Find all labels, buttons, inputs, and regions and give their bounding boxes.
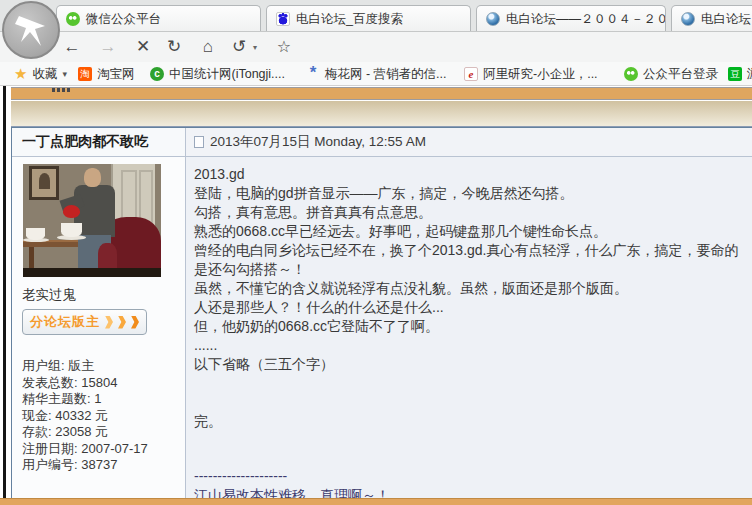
globe-icon bbox=[681, 12, 695, 26]
ali-icon: e bbox=[464, 67, 478, 81]
tab-wechat-platform[interactable]: 微信公众平台 bbox=[56, 5, 261, 32]
bookmarks-menu-label: 收藏 bbox=[32, 66, 57, 83]
tab-label: 电白论坛_百度搜索 bbox=[296, 11, 403, 28]
bookmark-label: 阿里研究-小企业，... bbox=[483, 66, 598, 83]
tab-label: 微信公众平台 bbox=[86, 11, 161, 28]
moderator-badge[interactable]: 分论坛版主 bbox=[22, 309, 147, 335]
post-header-row: 一丁点肥肉都不敢吃 2013年07月15日 Monday, 12:55 AM bbox=[12, 128, 752, 157]
bookmarks-bar: ★ 收藏 ▾ 淘 淘宝网 c 中国统计网(iTongji.... * 梅花网 -… bbox=[0, 62, 752, 86]
chevron-right-icon bbox=[131, 316, 139, 329]
avatar-cup bbox=[26, 228, 45, 240]
signature-text: 江山易改本性难移，真理啊～！ bbox=[194, 486, 742, 498]
bookmark-label: 梅花网 - 营销者的信... bbox=[325, 66, 447, 83]
avatar-portrait bbox=[29, 166, 59, 200]
stat-register-date: 注册日期: 2007-07-17 bbox=[22, 441, 185, 458]
baidu-icon bbox=[276, 12, 290, 26]
forum-header-band bbox=[11, 87, 752, 100]
post-line: 人还是那些人？！什么的什么还是什么... bbox=[194, 298, 742, 317]
signature-divider: -------------------- bbox=[194, 467, 742, 486]
post-line: 虽然，不懂它的含义就说轻浮有点没礼貌。虽然，版面还是那个版面。 bbox=[194, 279, 742, 298]
avatar-armchair-arm bbox=[98, 243, 117, 270]
post-line: 以下省略（三五个字） bbox=[194, 355, 742, 374]
page-left-border bbox=[3, 86, 6, 498]
bookmark-label: 公众平台登录 bbox=[643, 66, 718, 83]
post-line: 勾搭，真有意思。拼音真真有点意思。 bbox=[194, 203, 742, 222]
post-table: 一丁点肥肉都不敢吃 2013年07月15日 Monday, 12:55 AM bbox=[11, 127, 752, 498]
stop-icon[interactable]: ✕ bbox=[131, 35, 155, 59]
stat-total-posts: 发表总数: 15804 bbox=[22, 375, 185, 392]
post-line: 熟悉的0668.cc早已经远去。好事吧，起码键盘那几个键性命长点。 bbox=[194, 222, 742, 241]
forum-subheader-band bbox=[11, 101, 752, 127]
badge-label: 分论坛版主 bbox=[30, 313, 100, 331]
wechat-icon bbox=[66, 12, 80, 26]
bookmarks-menu[interactable]: ★ 收藏 ▾ bbox=[14, 62, 67, 86]
bookmark-wechat-login[interactable]: 公众平台登录 bbox=[624, 62, 718, 86]
chevron-right-icon bbox=[118, 316, 126, 329]
tab-baidu-search[interactable]: 电白论坛_百度搜索 bbox=[266, 5, 471, 32]
post-line bbox=[194, 374, 742, 393]
signature-block: -------------------- 江山易改本性难移，真理啊～！ bbox=[194, 467, 742, 498]
stat-user-group: 用户组: 版主 bbox=[22, 358, 185, 375]
avatar-red-teapot bbox=[63, 205, 80, 218]
snowflake-icon: * bbox=[306, 67, 320, 81]
home-icon[interactable]: ⌂ bbox=[196, 35, 220, 59]
avatar-cup bbox=[61, 223, 82, 237]
undo-icon[interactable]: ↺ bbox=[227, 35, 251, 59]
bookmark-ali-research[interactable]: e 阿里研究-小企业，... bbox=[464, 62, 598, 86]
post-body-row: 老实过鬼 分论坛版主 用户组: 版主 发表总数: 15804 精华主题数: 1 … bbox=[12, 157, 752, 498]
star-icon: ★ bbox=[14, 67, 27, 81]
browser-logo[interactable] bbox=[2, 1, 60, 59]
post-line: 但，他奶奶的0668.cc它登陆不了了啊。 bbox=[194, 317, 742, 336]
bookmark-taobao[interactable]: 淘 淘宝网 bbox=[78, 62, 135, 86]
chevron-right-icon bbox=[105, 316, 113, 329]
stat-user-id: 用户编号: 38737 bbox=[22, 457, 185, 474]
globe-icon bbox=[486, 12, 500, 26]
author-stats: 用户组: 版主 发表总数: 15804 精华主题数: 1 现金: 40332 元… bbox=[22, 358, 185, 474]
tab-label: 电白论坛 - bbox=[701, 11, 752, 28]
post-line: 登陆，电脑的gd拼音显示——广东，搞定，今晚居然还勾搭。 bbox=[194, 184, 742, 203]
avatar-floor bbox=[23, 268, 161, 277]
post-content: 2013.gd 登陆，电脑的gd拼音显示——广东，搞定，今晚居然还勾搭。 勾搭，… bbox=[186, 157, 752, 498]
bookmark-label: 游 bbox=[747, 66, 752, 83]
bookmark-itongji[interactable]: c 中国统计网(iTongji.... bbox=[150, 62, 285, 86]
reload-icon[interactable]: ↻ bbox=[162, 35, 186, 59]
tab-forum[interactable]: 电白论坛 - bbox=[671, 5, 752, 32]
post-line: ...... bbox=[194, 336, 742, 355]
bookmark-star-icon[interactable]: ☆ bbox=[272, 35, 296, 59]
post-line: 完。 bbox=[194, 412, 742, 431]
forward-icon[interactable]: → bbox=[96, 35, 120, 59]
tab-forum-2004[interactable]: 电白论坛——２００４－２０１ bbox=[476, 5, 666, 32]
scrolled-text-remnant bbox=[52, 88, 70, 92]
post-line: 曾经的电白同乡论坛已经不在，换了个2013.gd.真心有点轻浮，什么广东，搞定，… bbox=[194, 241, 742, 279]
back-icon[interactable]: ← bbox=[60, 35, 84, 59]
post-page-icon bbox=[194, 136, 204, 148]
taobao-icon: 淘 bbox=[78, 67, 92, 81]
browser-toolbar: ← → ✕ ↻ ⌂ ↺ ▾ ☆ 76768.cc/index.php?showt… bbox=[0, 32, 752, 62]
itongji-icon: c bbox=[150, 67, 164, 81]
page-bottom-band bbox=[0, 498, 752, 505]
douban-icon: 豆 bbox=[728, 67, 742, 81]
chevron-down-icon: ▾ bbox=[62, 69, 67, 79]
bird-logo-icon bbox=[11, 10, 51, 50]
chevron-down-icon[interactable]: ▾ bbox=[253, 43, 257, 52]
tab-label: 电白论坛——２００４－２０１ bbox=[506, 11, 666, 28]
bookmark-douban[interactable]: 豆 游 bbox=[728, 62, 752, 86]
stat-cash: 现金: 40332 元 bbox=[22, 408, 185, 425]
stat-savings: 存款: 23058 元 bbox=[22, 424, 185, 441]
post-date-cell: 2013年07月15日 Monday, 12:55 AM bbox=[186, 128, 752, 156]
bookmark-meihua[interactable]: * 梅花网 - 营销者的信... bbox=[306, 62, 447, 86]
wechat-icon bbox=[624, 67, 638, 81]
post-date: 2013年07月15日 Monday, 12:55 AM bbox=[210, 133, 426, 151]
browser-tab-bar: 微信公众平台 电白论坛_百度搜索 电白论坛——２００４－２０１ 电白论坛 - bbox=[0, 0, 752, 32]
bookmark-label: 中国统计网(iTongji.... bbox=[169, 66, 285, 83]
author-sidebar: 老实过鬼 分论坛版主 用户组: 版主 发表总数: 15804 精华主题数: 1 … bbox=[12, 157, 186, 498]
post-line: 2013.gd bbox=[194, 165, 742, 184]
avatar[interactable] bbox=[23, 164, 161, 277]
avatar-man-head bbox=[84, 168, 101, 187]
stat-featured-topics: 精华主题数: 1 bbox=[22, 391, 185, 408]
bookmark-label: 淘宝网 bbox=[97, 66, 135, 83]
forum-page: 一丁点肥肉都不敢吃 2013年07月15日 Monday, 12:55 AM bbox=[0, 86, 752, 505]
author-name[interactable]: 一丁点肥肉都不敢吃 bbox=[12, 128, 186, 156]
author-nickname: 老实过鬼 bbox=[22, 286, 185, 304]
post-line bbox=[194, 393, 742, 412]
